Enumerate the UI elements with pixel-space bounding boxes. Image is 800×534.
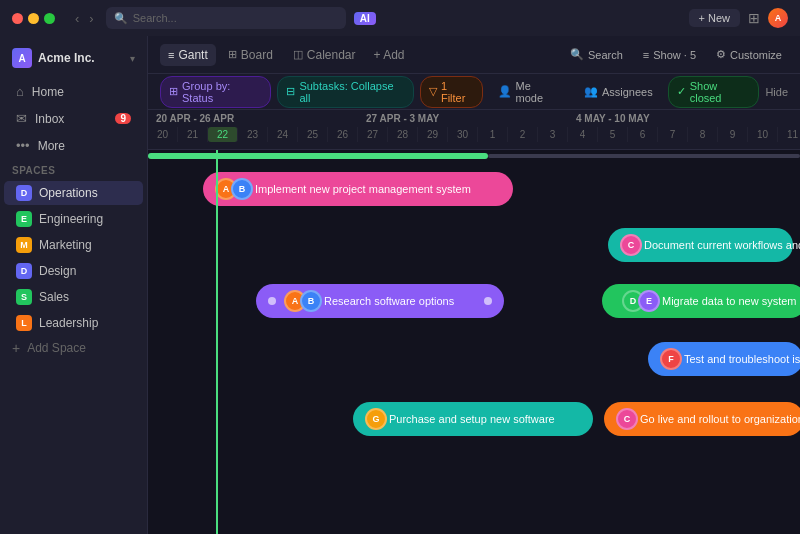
me-mode-label: Me mode (516, 80, 560, 104)
task-bar-test[interactable]: F Test and troubleshoot issues (648, 342, 800, 376)
leadership-icon: L (16, 315, 32, 331)
day-2: 2 (508, 127, 538, 142)
right-handle[interactable] (484, 297, 492, 305)
avatar-3: C (620, 234, 642, 256)
avatar-7: G (365, 408, 387, 430)
customize-icon: ⚙ (716, 48, 726, 61)
task-avatars: F (660, 348, 676, 370)
task-test-label: Test and troubleshoot issues (684, 353, 800, 365)
day-1: 1 (478, 127, 508, 142)
gantt-body: A B Implement new project management sys… (148, 150, 800, 534)
task-avatars: A B (215, 178, 247, 200)
progress-remaining (488, 154, 800, 158)
grid-icon[interactable]: ⊞ (748, 10, 760, 26)
sidebar-item-more[interactable]: ••• More (4, 133, 143, 158)
hide-label[interactable]: Hide (765, 86, 788, 98)
group-by-filter[interactable]: ⊞ Group by: Status (160, 76, 271, 108)
task-bar-document[interactable]: C Document current workflows and process… (608, 228, 793, 262)
me-mode-filter[interactable]: 👤 Me mode (489, 76, 569, 108)
sidebar-item-design[interactable]: D Design (4, 259, 143, 283)
calendar-icon: ◫ (293, 48, 303, 61)
avatar-6: F (660, 348, 682, 370)
day-21: 21 (178, 127, 208, 142)
board-icon: ⊞ (228, 48, 237, 61)
task-bar-research[interactable]: A B Research software options (256, 284, 504, 318)
maximize-button[interactable] (44, 13, 55, 24)
tab-gantt[interactable]: ≡ Gantt (160, 44, 216, 66)
progress-complete (148, 153, 488, 159)
date-range-3: 4 MAY - 10 MAY (568, 110, 800, 127)
filter-count-chip[interactable]: ▽ 1 Filter (420, 76, 483, 108)
day-10: 10 (748, 127, 778, 142)
show-label: Show · 5 (653, 49, 696, 61)
sidebar-item-sales[interactable]: S Sales (4, 285, 143, 309)
day-25: 25 (298, 127, 328, 142)
toolbar-right: 🔍 Search ≡ Show · 5 ⚙ Customize (564, 45, 788, 64)
more-icon: ••• (16, 138, 30, 153)
day-27: 27 (358, 127, 388, 142)
task-bar-purchase[interactable]: G Purchase and setup new software (353, 402, 593, 436)
minimize-button[interactable] (28, 13, 39, 24)
person-icon: 👤 (498, 85, 512, 98)
sales-label: Sales (39, 290, 69, 304)
gantt-container: 20 APR - 26 APR 20 21 22 23 24 25 26 27 … (148, 110, 800, 534)
assignees-filter[interactable]: 👥 Assignees (575, 81, 662, 102)
search-button[interactable]: 🔍 Search (564, 45, 629, 64)
day-3: 3 (538, 127, 568, 142)
subtasks-filter[interactable]: ⊟ Subtasks: Collapse all (277, 76, 414, 108)
day-7: 7 (658, 127, 688, 142)
avatar-2b: B (300, 290, 322, 312)
task-bar-migrate[interactable]: D E Migrate data to new system (602, 284, 800, 318)
task-bar-implement[interactable]: A B Implement new project management sys… (203, 172, 513, 206)
add-space-button[interactable]: + Add Space (0, 336, 147, 360)
show-closed-filter[interactable]: ✓ Show closed (668, 76, 760, 108)
customize-button[interactable]: ⚙ Customize (710, 45, 788, 64)
task-avatars: C (616, 408, 632, 430)
task-golive-label: Go live and rollout to organization (640, 413, 800, 425)
close-button[interactable] (12, 13, 23, 24)
forward-button[interactable]: › (85, 9, 97, 28)
task-avatars: A B (284, 290, 316, 312)
task-document-label: Document current workflows and processes (644, 239, 800, 251)
show-button[interactable]: ≡ Show · 5 (637, 46, 702, 64)
task-bar-golive[interactable]: C Go live and rollout to organization (604, 402, 800, 436)
tab-board[interactable]: ⊞ Board (220, 44, 281, 66)
tab-gantt-label: Gantt (178, 48, 207, 62)
day-9: 9 (718, 127, 748, 142)
marketing-label: Marketing (39, 238, 92, 252)
workspace-header[interactable]: A Acme Inc. ▾ (0, 44, 147, 72)
back-button[interactable]: ‹ (71, 9, 83, 28)
date-range-2: 27 APR - 3 MAY (358, 110, 568, 127)
tab-calendar-label: Calendar (307, 48, 356, 62)
assignees-icon: 👥 (584, 85, 598, 98)
new-button[interactable]: + New (689, 9, 741, 27)
sidebar-item-engineering[interactable]: E Engineering (4, 207, 143, 231)
add-view-button[interactable]: + Add (368, 44, 411, 66)
sidebar-more-label: More (38, 139, 65, 153)
left-handle[interactable] (268, 297, 276, 305)
user-avatar[interactable]: A (768, 8, 788, 28)
sales-icon: S (16, 289, 32, 305)
sidebar-item-operations[interactable]: D Operations (4, 181, 143, 205)
operations-label: Operations (39, 186, 98, 200)
day-20: 20 (148, 127, 178, 142)
task-research-label: Research software options (324, 295, 454, 307)
global-search-bar[interactable]: 🔍 Search... (106, 7, 346, 29)
assignees-label: Assignees (602, 86, 653, 98)
tab-calendar[interactable]: ◫ Calendar (285, 44, 364, 66)
filter-count-label: 1 Filter (441, 80, 474, 104)
group-icon: ⊞ (169, 85, 178, 98)
chevron-down-icon: ▾ (130, 53, 135, 64)
day-30: 30 (448, 127, 478, 142)
task-avatars: C (620, 234, 636, 256)
sidebar-item-inbox[interactable]: ✉ Inbox 9 (4, 106, 143, 131)
search-placeholder: Search... (133, 12, 177, 24)
customize-label: Customize (730, 49, 782, 61)
sidebar-item-leadership[interactable]: L Leadership (4, 311, 143, 335)
date-header: 20 APR - 26 APR 20 21 22 23 24 25 26 27 … (148, 110, 800, 150)
day-4: 4 (568, 127, 598, 142)
check-icon: ✓ (677, 85, 686, 98)
sidebar-item-marketing[interactable]: M Marketing (4, 233, 143, 257)
ai-badge[interactable]: AI (354, 12, 376, 25)
sidebar-item-home[interactable]: ⌂ Home (4, 79, 143, 104)
